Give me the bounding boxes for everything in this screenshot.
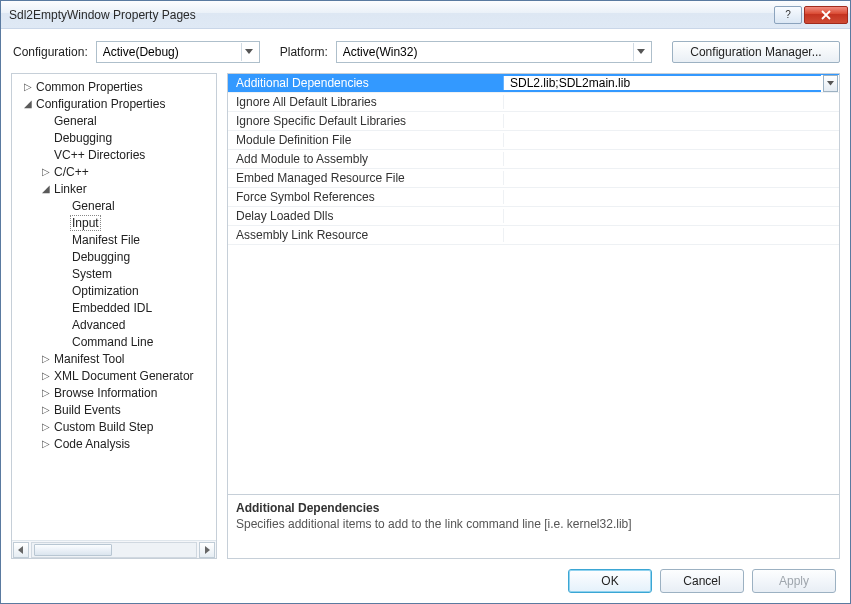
property-row[interactable]: Assembly Link Resource	[228, 226, 839, 245]
tree-item-label: Embedded IDL	[70, 301, 154, 315]
chevron-down-icon	[827, 81, 834, 86]
scroll-track[interactable]	[31, 542, 197, 558]
tree-item[interactable]: System	[14, 265, 214, 282]
scroll-left-button[interactable]	[13, 542, 29, 558]
tree-item-label: Configuration Properties	[34, 97, 167, 111]
tree-item[interactable]: VC++ Directories	[14, 146, 214, 163]
tree-expand-icon[interactable]: ▷	[40, 166, 52, 177]
configuration-combo[interactable]: Active(Debug)	[96, 41, 260, 63]
property-row[interactable]: Force Symbol References	[228, 188, 839, 207]
cancel-button[interactable]: Cancel	[660, 569, 744, 593]
property-row[interactable]: Additional DependenciesSDL2.lib;SDL2main…	[228, 74, 839, 93]
tree-expand-icon[interactable]: ▷	[40, 370, 52, 381]
tree-item[interactable]: ▷XML Document Generator	[14, 367, 214, 384]
close-button[interactable]	[804, 6, 848, 24]
chevron-down-icon	[241, 43, 257, 61]
tree-expand-icon[interactable]: ▷	[40, 404, 52, 415]
window-title: Sdl2EmptyWindow Property Pages	[9, 8, 772, 22]
tree-item[interactable]: General	[14, 112, 214, 129]
tree-item-label: Command Line	[70, 335, 155, 349]
help-property-name: Additional Dependencies	[236, 501, 831, 515]
help-panel: Additional Dependencies Specifies additi…	[227, 495, 840, 559]
tree-item[interactable]: ▷Code Analysis	[14, 435, 214, 452]
tree-horizontal-scrollbar[interactable]	[12, 540, 216, 558]
tree-item[interactable]: ▷Browse Information	[14, 384, 214, 401]
tree-item[interactable]: Manifest File	[14, 231, 214, 248]
tree-item-label: System	[70, 267, 114, 281]
chevron-down-icon	[633, 43, 649, 61]
tree-item-label: Input	[70, 215, 101, 231]
tree-item[interactable]: Optimization	[14, 282, 214, 299]
property-dropdown-button[interactable]	[823, 75, 838, 92]
tree-expand-icon[interactable]: ▷	[40, 421, 52, 432]
apply-button[interactable]: Apply	[752, 569, 836, 593]
property-name: Delay Loaded Dlls	[228, 209, 504, 223]
property-row[interactable]: Add Module to Assembly	[228, 150, 839, 169]
property-name: Module Definition File	[228, 133, 504, 147]
help-button[interactable]: ?	[774, 6, 802, 24]
property-row[interactable]: Module Definition File	[228, 131, 839, 150]
tree-item[interactable]: ▷Custom Build Step	[14, 418, 214, 435]
platform-label: Platform:	[280, 45, 328, 59]
tree-item[interactable]: Debugging	[14, 248, 214, 265]
tree-item-label: Browse Information	[52, 386, 159, 400]
tree-item[interactable]: ◢Linker	[14, 180, 214, 197]
platform-value: Active(Win32)	[343, 45, 633, 59]
close-icon	[821, 10, 831, 20]
tree-item[interactable]: ▷Manifest Tool	[14, 350, 214, 367]
scroll-right-button[interactable]	[199, 542, 215, 558]
tree-item-label: Linker	[52, 182, 89, 196]
platform-combo[interactable]: Active(Win32)	[336, 41, 652, 63]
property-pages-dialog: Sdl2EmptyWindow Property Pages ? Configu…	[0, 0, 851, 604]
configuration-label: Configuration:	[13, 45, 88, 59]
tree-item[interactable]: Embedded IDL	[14, 299, 214, 316]
tree-item-label: Code Analysis	[52, 437, 132, 451]
tree-item-label: Advanced	[70, 318, 127, 332]
tree-item[interactable]: Advanced	[14, 316, 214, 333]
tree-item[interactable]: ▷Build Events	[14, 401, 214, 418]
property-name: Embed Managed Resource File	[228, 171, 504, 185]
tree-item[interactable]: ▷Common Properties	[14, 78, 214, 95]
property-row[interactable]: Ignore Specific Default Libraries	[228, 112, 839, 131]
property-row[interactable]: Delay Loaded Dlls	[228, 207, 839, 226]
property-name: Additional Dependencies	[228, 76, 504, 90]
property-value[interactable]: SDL2.lib;SDL2main.lib	[504, 76, 821, 90]
tree-item[interactable]: Command Line	[14, 333, 214, 350]
tree-item-label: Common Properties	[34, 80, 145, 94]
tree-item-label: C/C++	[52, 165, 91, 179]
category-tree[interactable]: ▷Common Properties◢Configuration Propert…	[11, 73, 217, 559]
tree-item-label: Manifest Tool	[52, 352, 126, 366]
dialog-footer: OK Cancel Apply	[1, 559, 850, 603]
ok-button[interactable]: OK	[568, 569, 652, 593]
tree-item-label: General	[70, 199, 117, 213]
tree-item-label: Debugging	[70, 250, 132, 264]
property-name: Force Symbol References	[228, 190, 504, 204]
tree-expand-icon[interactable]: ▷	[40, 387, 52, 398]
tree-item[interactable]: ◢Configuration Properties	[14, 95, 214, 112]
property-grid[interactable]: Additional DependenciesSDL2.lib;SDL2main…	[227, 73, 840, 495]
property-name: Assembly Link Resource	[228, 228, 504, 242]
tree-expand-icon[interactable]: ◢	[22, 98, 34, 109]
tree-expand-icon[interactable]: ▷	[40, 353, 52, 364]
tree-item-label: Custom Build Step	[52, 420, 155, 434]
property-row[interactable]: Ignore All Default Libraries	[228, 93, 839, 112]
tree-item-label: Manifest File	[70, 233, 142, 247]
configuration-row: Configuration: Active(Debug) Platform: A…	[1, 29, 850, 73]
titlebar[interactable]: Sdl2EmptyWindow Property Pages ?	[1, 1, 850, 29]
property-name: Add Module to Assembly	[228, 152, 504, 166]
tree-item-label: VC++ Directories	[52, 148, 147, 162]
tree-item[interactable]: Debugging	[14, 129, 214, 146]
tree-item-label: Debugging	[52, 131, 114, 145]
tree-expand-icon[interactable]: ▷	[22, 81, 34, 92]
tree-expand-icon[interactable]: ▷	[40, 438, 52, 449]
tree-item-label: XML Document Generator	[52, 369, 196, 383]
scroll-thumb[interactable]	[34, 544, 112, 556]
tree-item[interactable]: General	[14, 197, 214, 214]
tree-expand-icon[interactable]: ◢	[40, 183, 52, 194]
property-row[interactable]: Embed Managed Resource File	[228, 169, 839, 188]
help-description: Specifies additional items to add to the…	[236, 517, 831, 531]
tree-item[interactable]: ▷C/C++	[14, 163, 214, 180]
tree-item[interactable]: Input	[14, 214, 214, 231]
tree-item-label: Build Events	[52, 403, 123, 417]
configuration-manager-button[interactable]: Configuration Manager...	[672, 41, 840, 63]
